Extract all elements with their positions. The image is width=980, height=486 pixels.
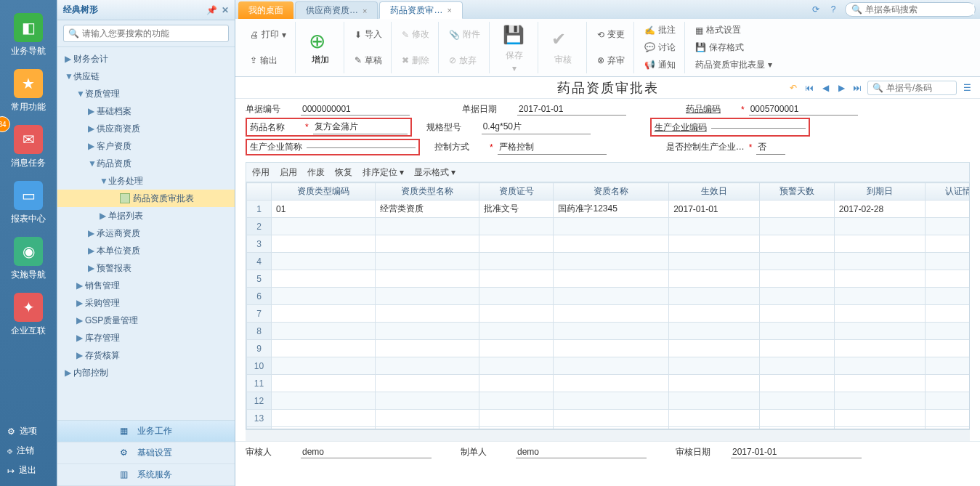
print-button[interactable]: 🖨打印▾: [247, 27, 289, 43]
cell[interactable]: [760, 375, 835, 392]
cell[interactable]: [834, 253, 925, 270]
cell[interactable]: [554, 288, 669, 305]
cell[interactable]: [760, 288, 835, 305]
cell[interactable]: [554, 340, 669, 357]
cell[interactable]: [375, 235, 479, 253]
rail-biz-nav[interactable]: ◧ 业务导航: [0, 7, 57, 63]
cell[interactable]: [834, 323, 925, 340]
table-row[interactable]: 13: [247, 410, 971, 427]
table-row[interactable]: 8: [247, 323, 971, 340]
tree-node[interactable]: ▼药品资质: [57, 155, 235, 172]
last-icon[interactable]: ⏭: [851, 82, 863, 94]
cell[interactable]: [479, 357, 554, 375]
cell[interactable]: [669, 288, 760, 305]
cell[interactable]: [760, 340, 835, 357]
close-icon[interactable]: ×: [363, 7, 367, 15]
cell[interactable]: [760, 305, 835, 323]
cell[interactable]: 经营类资质: [375, 201, 479, 218]
cell[interactable]: [925, 340, 970, 357]
cell[interactable]: [272, 375, 376, 392]
table-row[interactable]: 2: [247, 218, 971, 235]
cell[interactable]: [272, 253, 376, 270]
attach-button[interactable]: 📎附件: [446, 27, 483, 43]
tree-node[interactable]: ▶供应商资质: [57, 120, 235, 137]
cell[interactable]: [760, 218, 835, 235]
draft-button[interactable]: ✎草稿: [352, 52, 385, 68]
cell[interactable]: [554, 235, 669, 253]
discuss-button[interactable]: 💬讨论: [641, 39, 679, 55]
cell[interactable]: 批准文号: [479, 201, 554, 218]
cell[interactable]: [669, 375, 760, 392]
cell[interactable]: [834, 305, 925, 323]
cell[interactable]: [925, 357, 970, 375]
tree-search-input[interactable]: [82, 28, 224, 39]
cell[interactable]: [479, 218, 554, 235]
cell[interactable]: 2017-01-01: [669, 201, 760, 218]
cell[interactable]: 2017-02-28: [834, 201, 925, 218]
cell[interactable]: [272, 323, 376, 340]
cell[interactable]: [925, 270, 970, 288]
tree-node[interactable]: ▶本单位资质: [57, 242, 235, 259]
display-button[interactable]: 药品资质审批表显▾: [692, 57, 775, 73]
rail-options[interactable]: ⚙选项: [0, 421, 57, 441]
cell[interactable]: [554, 270, 669, 288]
cell[interactable]: [760, 253, 835, 270]
tree-node[interactable]: ▶销售管理: [57, 277, 235, 294]
cell[interactable]: [760, 357, 835, 375]
tree-node[interactable]: ▶承运商资质: [57, 224, 235, 242]
cell[interactable]: [479, 340, 554, 357]
table-row[interactable]: 7: [247, 305, 971, 323]
table-row[interactable]: 10: [247, 357, 971, 375]
format-button[interactable]: ▦格式设置: [692, 23, 775, 39]
cell[interactable]: [760, 392, 835, 410]
cell[interactable]: [834, 235, 925, 253]
reject-button[interactable]: ⊗弃审: [594, 52, 628, 68]
cell[interactable]: [760, 201, 835, 218]
cell[interactable]: [669, 357, 760, 375]
cell[interactable]: [834, 357, 925, 375]
cell[interactable]: [272, 218, 376, 235]
tree-footer-basic[interactable]: ⚙ 基础设置: [57, 442, 235, 464]
saveformat-button[interactable]: 💾保存格式: [692, 39, 775, 55]
cell[interactable]: [834, 288, 925, 305]
cell[interactable]: [554, 357, 669, 375]
table-row[interactable]: 3: [247, 235, 971, 253]
cell[interactable]: [925, 235, 970, 253]
cell[interactable]: [375, 218, 479, 235]
refresh-icon[interactable]: ⟳: [810, 4, 822, 15]
help-icon[interactable]: ?: [827, 4, 839, 15]
cell[interactable]: [554, 305, 669, 323]
table-row[interactable]: 11: [247, 375, 971, 392]
cell[interactable]: [760, 323, 835, 340]
cell[interactable]: [669, 340, 760, 357]
tree-node[interactable]: ▶客户资质: [57, 137, 235, 155]
cell[interactable]: [272, 340, 376, 357]
col-header[interactable]: 预警天数: [760, 183, 835, 201]
table-row[interactable]: 6: [247, 288, 971, 305]
enable-button[interactable]: 启用: [280, 166, 297, 179]
cell[interactable]: [834, 392, 925, 410]
cell[interactable]: [272, 270, 376, 288]
restore-button[interactable]: 恢复: [335, 166, 352, 179]
cell[interactable]: [554, 323, 669, 340]
col-header[interactable]: 资质证号: [479, 183, 554, 201]
add-button[interactable]: ⊕ 增加: [303, 26, 338, 69]
cell[interactable]: [272, 305, 376, 323]
cell[interactable]: 国药准字12345: [554, 201, 669, 218]
disable-button[interactable]: 停用: [252, 166, 270, 179]
cell[interactable]: [375, 288, 479, 305]
cell[interactable]: [834, 270, 925, 288]
tree-node[interactable]: ▶GSP质量管理: [57, 312, 235, 329]
cell[interactable]: [375, 392, 479, 410]
tree-node[interactable]: ▼业务处理: [57, 172, 235, 190]
delete-button[interactable]: ✖删除: [399, 52, 432, 68]
cell[interactable]: [554, 410, 669, 427]
rail-impl[interactable]: ◉ 实施导航: [0, 231, 57, 287]
cell[interactable]: [272, 410, 376, 427]
rail-reports[interactable]: ▭ 报表中心: [0, 175, 57, 231]
cell[interactable]: [272, 235, 376, 253]
cell[interactable]: [760, 235, 835, 253]
cell[interactable]: [669, 323, 760, 340]
modify-button[interactable]: ✎修改: [399, 27, 432, 43]
discard-button[interactable]: ⊘放弃: [446, 52, 483, 68]
